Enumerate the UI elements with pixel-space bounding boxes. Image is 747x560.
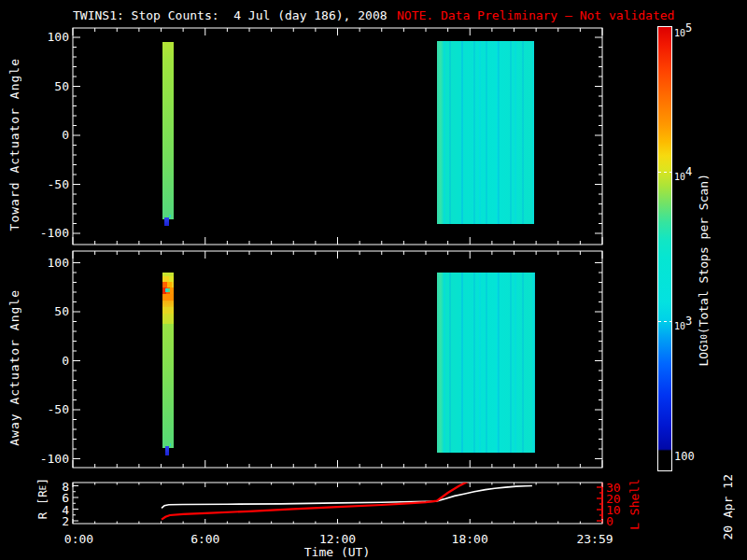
page-title: TWINS1: Stop Counts: 4 Jul (day 186), 20… xyxy=(73,8,388,22)
away-actuator-panel xyxy=(73,251,602,468)
y-tick-label: -50 xyxy=(32,402,69,416)
l-shell-tick-label: 0 xyxy=(606,514,613,528)
curve-r xyxy=(162,486,532,509)
y-tick-label: 0 xyxy=(32,354,69,368)
datestamp: 20 Apr 12 xyxy=(721,474,735,539)
heat-region-hot_band_5 xyxy=(162,294,174,301)
l-shell-axis-label: L Shell xyxy=(627,479,641,530)
heat-region-hot_band_8 xyxy=(162,314,174,324)
preliminary-note: NOTE. Data Preliminary — Not validated xyxy=(397,8,674,22)
y-tick-label: -100 xyxy=(32,452,69,466)
colorbar-label-suffix: (Total Stops per Scan) xyxy=(697,174,711,334)
y-tick-label: -50 xyxy=(32,177,69,191)
colorbar-axis-label: LOG10(Total Stops per Scan) xyxy=(697,174,711,367)
away-axis-label: Away Actuator Angle xyxy=(7,289,21,446)
heat-region-cyan_block xyxy=(437,41,534,224)
x-axis-title: Time (UT) xyxy=(272,545,402,559)
colorbar-tick-label: 100 xyxy=(674,451,695,463)
r-tick-label: 2 xyxy=(32,514,69,528)
heat-region-hot_band_7 xyxy=(162,307,174,314)
heat-region-blue_tail xyxy=(165,446,169,455)
colorbar xyxy=(657,26,672,471)
colorbar-label-sub: 10 xyxy=(699,334,709,344)
colorbar-tick-label: 105 xyxy=(674,22,692,39)
y-tick-label: 100 xyxy=(32,30,69,44)
heat-region-hot_band_6 xyxy=(162,301,174,307)
y-tick-label: 100 xyxy=(32,256,69,270)
x-tick-label: 18:00 xyxy=(437,532,502,546)
heat-region-cyan_block xyxy=(437,273,535,453)
y-tick-label: -100 xyxy=(32,226,69,240)
heat-region-cyan_core xyxy=(165,288,171,293)
y-tick-label: 50 xyxy=(32,304,69,318)
heat-region-cyan_dot xyxy=(169,215,171,217)
heat-region-blue_tail xyxy=(164,217,169,226)
x-tick-label: 23:59 xyxy=(562,532,627,546)
y-tick-label: 0 xyxy=(32,128,69,142)
colorbar-label-prefix: LOG xyxy=(697,344,711,366)
x-tick-label: 6:00 xyxy=(173,532,238,546)
x-tick-label: 12:00 xyxy=(305,532,371,546)
twins1-stop-counts-plot: TWINS1: Stop Counts: 4 Jul (day 186), 20… xyxy=(0,0,747,560)
curve-l-shell xyxy=(162,482,468,520)
colorbar-tick-label: 103 xyxy=(674,315,692,332)
y-tick-label: 50 xyxy=(32,79,69,93)
x-tick-label: 0:00 xyxy=(47,532,112,546)
heat-region-cyan_dot xyxy=(170,443,172,446)
toward-axis-label: Toward Actuator Angle xyxy=(7,58,21,231)
toward-actuator-panel xyxy=(73,28,602,245)
heat-region-stripe_green_1 xyxy=(162,42,174,219)
colorbar-tick-label: 104 xyxy=(674,166,692,183)
